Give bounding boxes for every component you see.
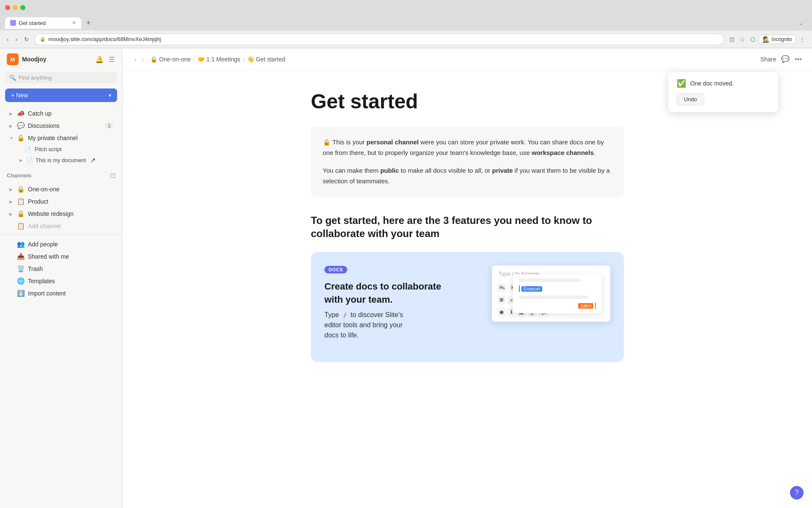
sidebar-item-trash[interactable]: 🗑️ Trash	[3, 263, 120, 275]
info-bold-1: personal channel	[367, 138, 419, 146]
chrome-menu-btn[interactable]: ⋮	[798, 34, 807, 44]
doc-title: Get started	[311, 91, 624, 113]
breadcrumb-separator: /	[243, 56, 244, 63]
undo-btn[interactable]: Undo	[677, 93, 704, 105]
main-content: ‹ › 🔒 One-on-one / 🤝 1:1 Meetings / 👋 Ge…	[123, 48, 812, 508]
breadcrumb-back-btn[interactable]: ‹	[133, 55, 138, 64]
info-text-prefix: This is your	[332, 138, 367, 146]
channels-header: Channels ⊡	[0, 168, 122, 181]
sidebar-item-label: Templates	[28, 278, 113, 284]
toast-text: One doc moved.	[690, 80, 734, 87]
content-header: ‹ › 🔒 One-on-one / 🤝 1:1 Meetings / 👋 Ge…	[123, 48, 812, 70]
card-title-line2: with your team.	[324, 294, 392, 305]
sidebar-subitem-pitch[interactable]: 📄 Pitch script	[3, 144, 120, 154]
info-bold-4: private	[492, 167, 513, 174]
new-btn-label: + New	[11, 92, 28, 99]
address-bar[interactable]: 🔒 moodjoy.slite.com/app/docs/68MmvXeJ4mj…	[34, 33, 724, 45]
handshake-icon: 🤝	[198, 56, 205, 63]
sidebar-item-label: Product	[28, 198, 113, 205]
help-btn[interactable]: ?	[790, 486, 804, 500]
sidebar-main-section: ▶ 📣 Catch up ▶ 💬 Discussions 1 ▼ 🔒 My pr…	[0, 105, 122, 168]
collaboration-mockup: Emanuel Julien	[513, 274, 602, 313]
more-options-btn[interactable]: •••	[795, 55, 802, 63]
forward-btn[interactable]: ›	[14, 34, 19, 44]
sidebar-item-shared[interactable]: 📥 Shared with me	[3, 251, 120, 262]
chevron-icon: ▶	[9, 124, 14, 128]
breadcrumb-forward-btn[interactable]: ›	[140, 55, 145, 64]
doc-icon: 📄	[26, 157, 33, 163]
cursor-bar-2	[595, 302, 596, 309]
new-button[interactable]: + New ▼	[5, 88, 117, 102]
breadcrumb-item-current[interactable]: 👋 Get started	[247, 56, 285, 63]
window-maximize-btn[interactable]	[20, 5, 25, 10]
back-btn[interactable]: ‹	[5, 34, 11, 44]
extension-icon[interactable]: ⬡	[749, 34, 757, 44]
info-text-mid2: to make all docs visible to all, or	[399, 167, 492, 174]
chevron-icon: ▼	[9, 136, 14, 141]
cast-icon[interactable]: ⊡	[728, 34, 736, 44]
bookmark-icon[interactable]: ☆	[738, 34, 747, 44]
refresh-btn[interactable]: ↻	[22, 34, 31, 44]
ssl-icon: 🔒	[40, 36, 46, 42]
sidebar-subitem-myDoc[interactable]: ▶ 📄 This is my document ↗	[3, 155, 120, 166]
sidebar-item-add-people[interactable]: 👥 Add people	[3, 238, 120, 250]
discussions-badge: 1	[105, 123, 113, 129]
share-btn[interactable]: Share	[760, 56, 776, 63]
breadcrumb-item-meetings[interactable]: 🤝 1:1 Meetings	[198, 56, 240, 63]
sidebar-item-catchup[interactable]: ▶ 📣 Catch up	[3, 108, 120, 119]
browser-tab[interactable]: Get started ✕	[5, 17, 81, 29]
sidebar-item-label: Shared with me	[28, 253, 113, 260]
sidebar-item-website[interactable]: ▶ 🔒 Website redesign	[3, 208, 120, 220]
sidebar-item-private-channel[interactable]: ▼ 🔒 My private channel	[3, 132, 120, 144]
product-icon: 📋	[17, 198, 25, 205]
tab-close-btn[interactable]: ✕	[72, 20, 76, 26]
card-right: Type / to browse H₁ H₂ H₃ 🔗 @ </> ⊞ ≡	[492, 265, 610, 322]
sidebar-item-templates[interactable]: 🌐 Templates	[3, 275, 120, 287]
sidebar-item-label: Catch up	[28, 110, 113, 117]
window-minimize-btn[interactable]	[13, 5, 18, 10]
sidebar-item-add-channel[interactable]: 📋 Add channel	[3, 220, 120, 232]
comment-btn[interactable]: 💬	[781, 55, 790, 63]
incognito-label: Incognito	[771, 36, 792, 42]
chevron-icon: ▶	[9, 187, 14, 192]
sidebar-header: M Moodjoy 🔔 ☰	[0, 48, 122, 70]
toast-notification: ✅ One doc moved. Undo	[668, 72, 778, 112]
window-close-btn[interactable]	[5, 5, 10, 10]
channels-add-btn[interactable]: ⊡	[110, 171, 115, 179]
sidebar-item-label: Website redesign	[28, 210, 113, 217]
circle-btn[interactable]: ◉	[497, 308, 506, 317]
templates-icon: 🌐	[17, 277, 25, 285]
sidebar-item-import[interactable]: ⬇️ Import content	[3, 287, 120, 299]
breadcrumb-label: 1:1 Meetings	[206, 56, 240, 63]
card-desc-3: editor tools and bring your	[324, 321, 403, 329]
search-placeholder: Find anything	[19, 75, 52, 81]
collab-cursor-2: Julien	[519, 302, 596, 309]
sidebar-subitem-label: Pitch script	[35, 146, 62, 152]
sidebar-subitem-label: This is my document	[36, 157, 86, 163]
info-paragraph-2: You can make them public to make all doc…	[323, 165, 612, 187]
info-text-end: .	[594, 149, 595, 156]
breadcrumb-item-oneOnOne[interactable]: 🔒 One-on-one	[150, 56, 191, 63]
chevron-icon: ▶	[9, 111, 14, 116]
sidebar-item-oneOnOne[interactable]: ▶ 🔒 One-on-one	[3, 183, 120, 195]
sidebar-item-label: My private channel	[28, 135, 113, 141]
card-desc-4: docs to life.	[324, 331, 359, 339]
new-tab-btn[interactable]: +	[83, 19, 94, 28]
import-icon: ⬇️	[17, 290, 25, 297]
collab-line-2	[519, 295, 588, 299]
slash-badge: /	[341, 311, 348, 319]
sidebar-item-discussions[interactable]: ▶ 💬 Discussions 1	[3, 120, 120, 132]
url-text: moodjoy.slite.com/app/docs/68MmvXeJ4mjqh…	[48, 36, 161, 42]
h1-btn[interactable]: H₁	[497, 283, 507, 292]
browser-menu-btn[interactable]: ⌄	[798, 19, 807, 26]
card-desc-2: to discover Slite's	[349, 311, 403, 318]
sidebar-toggle-btn[interactable]: ☰	[108, 55, 115, 64]
table-btn[interactable]: ⊞	[497, 295, 506, 304]
sidebar-bottom: 👥 Add people 📥 Shared with me 🗑️ Trash 🌐	[0, 234, 122, 303]
sidebar-item-product[interactable]: ▶ 📋 Product	[3, 196, 120, 207]
section-heading: To get started, here are the 3 features …	[311, 214, 624, 240]
notifications-btn[interactable]: 🔔	[94, 55, 104, 64]
breadcrumb-separator: /	[193, 56, 195, 63]
cursor-name-1: Emanuel	[521, 286, 542, 292]
search-bar[interactable]: 🔍 Find anything	[5, 72, 117, 83]
